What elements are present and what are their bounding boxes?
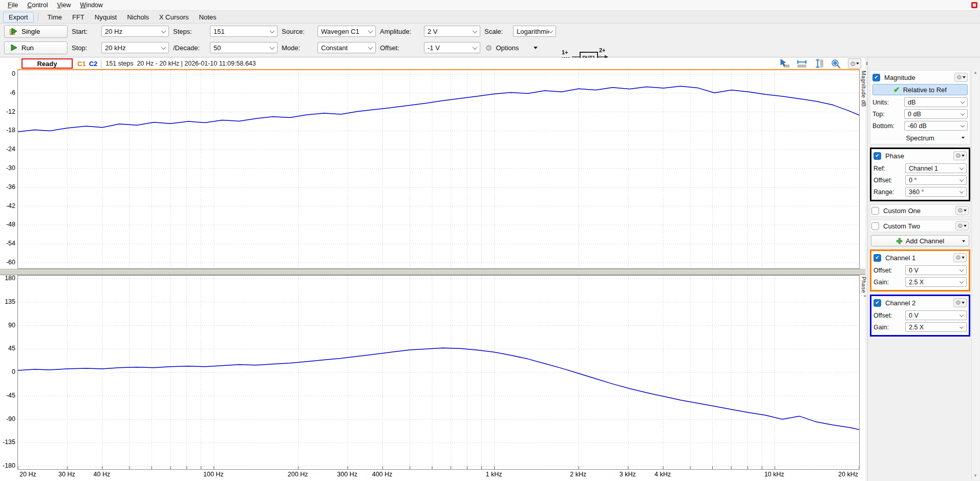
tab-x-cursors[interactable]: X Cursors [154,12,194,22]
phase-offset-label: Offset: [874,177,905,184]
channel2-gain-value: 2.5 X [909,324,960,331]
y-tick-label: -6 [0,89,15,97]
channel1-section: ✔ Channel 1 ⚙ Offset: 0 V Gain: 2.5 X [870,249,970,291]
decade-select[interactable]: 50 [210,42,278,53]
green-check-icon: ✔ [893,85,900,94]
phase-checkbox[interactable]: ✔ [874,152,881,160]
magnitude-axis-title: Magnitude dB [861,71,867,107]
custom-one-label: Custom One [883,207,955,215]
menu-view[interactable]: View [52,1,75,10]
chart-splitter[interactable] [0,269,865,275]
horizontal-ruler-icon[interactable] [796,59,807,68]
zoom-icon[interactable] [831,59,841,69]
chevron-down-icon [960,267,964,271]
channel1-gain-select[interactable]: 2.5 X [905,277,967,287]
channel1-label: Channel 1 [885,254,953,262]
run-button[interactable]: Run [4,41,68,54]
x-tick-label: 100 Hz [203,471,224,478]
single-button[interactable]: 1 Single [4,25,68,38]
magnitude-chart[interactable] [17,69,860,269]
tab-time[interactable]: Time [42,12,67,22]
phase-gear-button[interactable]: ⚙ [953,151,967,160]
spectrum-section-header[interactable]: Spectrum [871,133,969,143]
dropdown-arrow-icon [963,76,966,78]
stop-frequency-select[interactable]: 20 kHz [101,42,169,53]
offset-label: Offset: [380,44,420,52]
channel1-gear-button[interactable]: ⚙ [953,253,967,262]
steps-select[interactable]: 151 [210,26,278,37]
phase-range-select[interactable]: 360 ° [905,187,967,197]
custom-one-checkbox[interactable] [871,207,879,215]
offset-select[interactable]: -1 V [424,42,480,53]
channel1-offset-select[interactable]: 0 V [905,265,967,275]
gear-icon: ⚙ [955,300,961,306]
chevron-down-icon [960,189,964,193]
custom-two-gear-button[interactable]: ⚙ [955,221,969,231]
relative-to-ref-label: Relative to Ref [903,86,947,94]
phase-offset-select[interactable]: 0 ° [905,175,967,185]
units-select[interactable]: dB [904,97,968,107]
channel2-gear-button[interactable]: ⚙ [953,298,967,307]
amplitude-label: Amplitude: [380,28,420,35]
tab-export[interactable]: Export [3,12,34,23]
diagram-1plus-label: 1+ [562,49,568,55]
vertical-ruler-icon[interactable] [814,59,824,68]
channel2-badge[interactable]: C2 [89,60,98,68]
ref-label: Ref: [874,165,905,172]
mode-select[interactable]: Constant [317,42,376,53]
status-ready: Ready [22,58,73,69]
amplitude-value: 2 V [428,28,473,35]
relative-to-ref-button[interactable]: ✔ Relative to Ref [872,84,968,95]
y-tick-label: -12 [0,108,15,116]
y-tick-label: -30 [0,164,15,173]
phase-range-label: Range: [874,189,905,196]
scale-select[interactable]: Logarithmic [513,26,556,37]
plot-status-bar: Ready C1 C2 151 steps 20 Hz - 20 kHz | 2… [0,58,865,69]
chevron-down-icon [473,28,478,33]
tab-nyquist[interactable]: Nyquist [90,12,122,22]
channel2-gain-select[interactable]: 2.5 X [905,322,967,332]
top-select[interactable]: 0 dB [904,109,968,119]
y-tick-label: -42 [0,202,15,211]
bottom-select[interactable]: -60 dB [904,121,968,131]
chevron-down-icon [270,45,275,50]
dropdown-arrow-icon [962,302,965,304]
channel2-checkbox[interactable]: ✔ [874,299,881,307]
channel2-offset-select[interactable]: 0 V [905,310,967,320]
scroll-down-icon[interactable]: ▼ [973,473,977,478]
chevron-down-icon [548,28,553,33]
options-button[interactable]: ⚙ Options [484,44,556,52]
phase-ref-select[interactable]: Channel 1 [905,163,967,173]
plot-settings-button[interactable]: ⚙ [848,58,861,69]
custom-two-checkbox[interactable] [871,222,879,230]
amplitude-select[interactable]: 2 V [424,26,480,37]
scroll-up-icon[interactable]: ▲ [973,70,977,75]
tab-notes[interactable]: Notes [194,12,222,22]
phase-curve [18,348,859,430]
y-tick-label: -180 [0,462,15,470]
menu-bar: File Control View Window [0,0,980,11]
tab-nichols[interactable]: Nichols [122,12,154,22]
channel1-checkbox[interactable]: ✔ [874,254,881,262]
phase-chart[interactable] [17,275,860,470]
y-tick-label: 135 [0,298,15,306]
custom-one-gear-button[interactable]: ⚙ [955,206,969,215]
offset-value: -1 V [428,44,473,52]
menu-file[interactable]: File [3,1,23,10]
scale-label: Scale: [484,28,509,35]
check-icon: ✔ [875,153,879,158]
menu-control[interactable]: Control [23,1,52,10]
magnitude-checkbox[interactable]: ✔ [872,74,880,81]
cursor-measure-icon[interactable] [779,59,790,68]
source-select[interactable]: Wavegen C1 [317,26,376,37]
add-channel-button[interactable]: Add Channel [871,235,969,246]
tab-fft[interactable]: FFT [67,12,90,22]
panel-scrollbar[interactable]: ▲ ▼ [971,68,979,480]
start-frequency-select[interactable]: 20 Hz [101,26,169,37]
run-button-label: Run [22,44,34,52]
dropdown-arrow-icon [856,62,859,65]
channel1-badge[interactable]: C1 [77,60,86,68]
chevron-down-icon [961,111,965,115]
magnitude-gear-button[interactable]: ⚙ [954,73,968,82]
menu-window[interactable]: Window [75,1,107,10]
